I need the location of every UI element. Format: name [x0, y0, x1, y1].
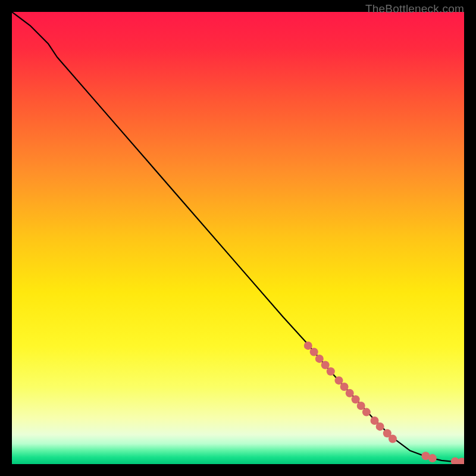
marker-point [362, 408, 371, 416]
marker-point [389, 434, 397, 443]
marker-point [310, 348, 318, 356]
marker-point [334, 376, 343, 384]
watermark-text: TheBottleneck.com [365, 2, 464, 15]
marker-point [428, 454, 437, 462]
marker-point [346, 389, 354, 397]
bottleneck-chart [12, 12, 464, 464]
marker-point [376, 422, 384, 431]
marker-point [321, 361, 330, 369]
marker-point [327, 367, 335, 375]
marker-point [352, 395, 360, 403]
plot-background [12, 12, 464, 464]
marker-point [357, 402, 365, 410]
marker-point [304, 342, 312, 350]
marker-point [340, 383, 349, 391]
marker-point [315, 355, 324, 363]
